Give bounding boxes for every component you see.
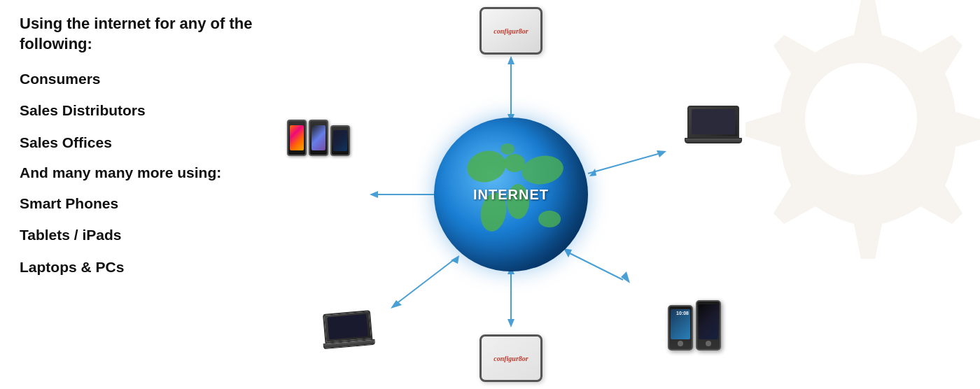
- item-consumers: Consumers: [20, 69, 272, 88]
- brand-label-top: configur8or: [493, 27, 528, 35]
- smartphone-screen-1: 10:08: [671, 309, 690, 339]
- phone-screen-3: [333, 130, 347, 151]
- config-tablet-top: configur8or: [479, 7, 542, 55]
- device-left-phones: [287, 120, 354, 176]
- laptop-screen-bl: [323, 310, 372, 344]
- svg-marker-7: [657, 150, 666, 157]
- smartphone-screen-2: [699, 304, 718, 339]
- svg-marker-11: [451, 255, 459, 264]
- item-laptops: Laptops & PCs: [20, 257, 272, 276]
- phone-2: [309, 120, 328, 156]
- svg-point-22: [500, 143, 514, 155]
- phone-screen-2: [312, 125, 326, 150]
- device-bottom-right-smartphones: 10:08: [668, 300, 721, 351]
- item-sales-distributors: Sales Distributors: [20, 101, 272, 120]
- phones-stack: [287, 120, 354, 176]
- item-smart-phones: Smart Phones: [20, 194, 272, 213]
- brand-label-bottom: configur8or: [493, 355, 528, 362]
- globe: INTERNET: [434, 118, 588, 271]
- device-right-laptop: [685, 106, 742, 143]
- laptop-screen-right: [687, 106, 739, 138]
- device-bottom-tablet: configur8or: [479, 334, 542, 382]
- laptop-inner-right: [692, 109, 735, 134]
- home-btn-1: [678, 341, 683, 346]
- left-panel: Using the internet for any of the follow…: [20, 14, 272, 289]
- svg-line-9: [396, 259, 455, 304]
- svg-marker-1: [507, 56, 514, 64]
- phone-3: [330, 125, 350, 156]
- phone-screen-1: [290, 125, 304, 150]
- clock-display: 10:08: [676, 311, 689, 316]
- svg-line-6: [588, 154, 658, 174]
- laptop-bottom-left: [322, 312, 374, 347]
- item-tablets: Tablets / iPads: [20, 225, 272, 244]
- phone-1: [287, 120, 307, 156]
- svg-line-12: [567, 252, 623, 280]
- smartphone-1: 10:08: [668, 305, 693, 351]
- globe-label: INTERNET: [473, 187, 549, 203]
- internet-diagram: INTERNET configur8or: [266, 0, 756, 389]
- item-and-more: And many many more using:: [20, 164, 272, 181]
- svg-point-23: [519, 153, 566, 188]
- device-bottom-left-laptop: [322, 312, 374, 347]
- laptop-base-right: [685, 138, 742, 143]
- laptop-right: [685, 106, 742, 143]
- smartphone-2: [696, 300, 721, 351]
- svg-marker-16: [507, 319, 514, 327]
- item-sales-offices: Sales Offices: [20, 133, 272, 152]
- intro-heading: Using the internet for any of the follow…: [20, 14, 272, 54]
- home-btn-2: [706, 341, 711, 346]
- svg-point-24: [538, 211, 561, 227]
- smartphone-pair: 10:08: [668, 300, 721, 351]
- config-tablet-bottom: configur8or: [479, 334, 542, 382]
- svg-marker-4: [370, 191, 378, 198]
- svg-point-20: [504, 154, 525, 172]
- svg-marker-13: [621, 271, 630, 283]
- laptop-inner-bl: [327, 314, 368, 340]
- device-top-tablet: configur8or: [479, 7, 542, 55]
